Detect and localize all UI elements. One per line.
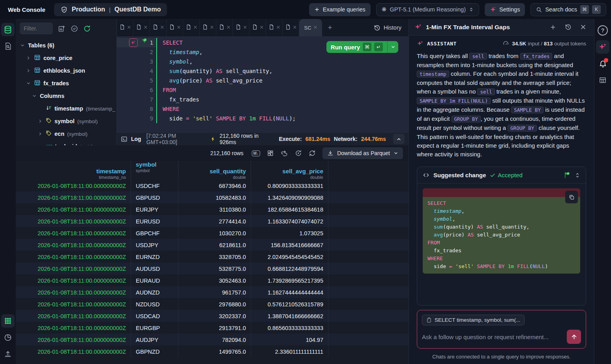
expand-collapse-icon[interactable] [575,172,580,178]
query-log-button[interactable] [1,39,15,53]
cell-sell_quantity[interactable]: 782094.0 [178,334,251,345]
cell-sell_quantity[interactable]: 6218611.0 [178,239,251,251]
close-tab-icon[interactable] [127,25,131,30]
instance-badge[interactable]: Production | QuestDB Demo [54,3,167,16]
cell-sell_avg_price[interactable]: 156.8135416666667 [251,239,328,251]
cell-symbol[interactable]: AUDNZD [131,287,178,298]
cell-timestamp[interactable]: 2026-01-08T18:11:00.000000000Z [16,263,131,274]
editor-tab[interactable] [200,19,216,36]
chevron-right-icon[interactable] [26,68,31,73]
table-row[interactable]: 2026-01-08T18:11:00.000000000ZAUDUSD5328… [16,263,409,274]
sql-editor[interactable]: Run query ⌘ ↵ 1SELECT2 timestamp,3 symbo… [117,36,409,132]
cell-sell_avg_price[interactable]: 1.3426409090909088 [251,192,328,203]
search-docs-button[interactable]: Search docs ⌘ K [530,3,606,16]
rerun-icon[interactable] [309,150,316,157]
query-context-chip[interactable]: SELECT timestamp, symbol, sum(... [422,315,525,325]
editor-tab[interactable] [117,19,133,36]
editor-tab[interactable] [150,19,167,36]
cell-timestamp[interactable]: 2026-01-08T18:11:00.000000000Z [16,275,131,286]
model-selector[interactable]: ❋ GPT-5.1 (Medium Reasoning) [376,3,479,16]
cell-symbol[interactable]: GBPCHF [131,227,178,239]
tree-item-columns[interactable]: Columns [16,90,116,102]
code-line[interactable]: 7 fx_trades [117,95,409,104]
editor-tab[interactable] [183,19,200,36]
cell-sell_avg_price[interactable]: 0.8656033333333333 [251,322,328,334]
cell-sell_quantity[interactable]: 3328705.0 [178,251,251,263]
cell-sell_avg_price[interactable]: 1.1627444444444444 [251,287,328,298]
cell-timestamp[interactable]: 2026-01-08T18:11:00.000000000Z [16,227,131,239]
cell-timestamp[interactable]: 2026-01-08T18:11:00.000000000Z [16,287,131,298]
editor-tab-active[interactable]: SC [299,19,322,36]
cell-sell_avg_price[interactable]: 1.1633074074074072 [251,216,328,227]
close-tab-icon[interactable] [227,25,231,30]
ai-assistant-button[interactable] [596,40,609,54]
editor-tab[interactable] [167,19,183,36]
column-header-timestamp[interactable]: timestamptimestamp_ns [16,161,131,180]
close-tab-icon[interactable] [260,25,264,30]
new-chat-icon[interactable] [547,24,559,30]
cell-symbol[interactable]: GBPNZD [131,346,178,357]
table-row[interactable]: 2026-01-08T18:11:00.000000000ZEURUSD2774… [16,215,409,227]
editor-tab[interactable] [283,19,299,36]
refresh-timer-icon[interactable] [295,150,302,157]
cell-timestamp[interactable]: 2026-01-08T18:11:00.000000000Z [16,180,131,191]
results-grid[interactable]: timestamptimestamp_nssymbolsymbolsell_qu… [16,161,409,364]
close-tab-icon[interactable] [144,25,148,30]
import-button[interactable] [1,347,15,361]
chat-input-box[interactable]: SELECT timestamp, symbol, sum(... Ask a … [417,310,586,349]
close-tab-icon[interactable] [243,25,247,30]
cell-sell_quantity[interactable]: 961757.0 [178,287,251,298]
cell-symbol[interactable]: EURUSD [131,216,178,227]
table-row[interactable]: 2026-01-08T18:11:00.000000000ZNZDUSD2976… [16,298,409,310]
chat-input-placeholder[interactable]: Ask a follow up question or request refi… [422,334,567,340]
explain-plan-icon[interactable] [281,150,288,157]
close-tab-icon[interactable] [293,25,297,30]
cell-sell_avg_price[interactable]: 2.0249545454545452 [251,251,328,263]
editor-tab[interactable] [249,19,266,36]
editor-tab[interactable] [233,19,249,36]
cell-timestamp[interactable]: 2026-01-08T18:11:00.000000000Z [16,204,131,215]
cell-sell_quantity[interactable]: 3110380.0 [178,204,251,215]
cell-sell_avg_price[interactable]: 182.65884615384618 [251,204,328,215]
cell-timestamp[interactable]: 2026-01-08T18:11:00.000000000Z [16,298,131,310]
run-options-caret[interactable] [387,41,398,53]
cell-sell_avg_price[interactable]: 1.3887041666666662 [251,310,328,322]
history-button[interactable]: History [367,24,409,31]
cell-sell_quantity[interactable]: 3202337.0 [178,310,251,322]
table-row[interactable]: 2026-01-08T18:11:00.000000000ZEURGBP2913… [16,322,409,334]
cell-sell_avg_price[interactable]: 1.7392869565217395 [251,275,328,286]
cell-symbol[interactable]: USDCHF [131,180,178,191]
example-queries-button[interactable]: Example queries [309,3,371,16]
cell-sell_avg_price[interactable]: 1.073025 [251,227,328,239]
cell-symbol[interactable]: EURJPY [131,204,178,215]
cell-timestamp[interactable]: 2026-01-08T18:11:00.000000000Z [16,334,131,345]
cell-timestamp[interactable]: 2026-01-08T18:11:00.000000000Z [16,239,131,251]
table-row[interactable]: 2026-01-08T18:11:00.000000000ZGBPCHF1030… [16,227,409,239]
chart-view-button[interactable] [1,331,15,344]
run-query-button[interactable]: Run query ⌘ ↵ [326,41,398,53]
code-line[interactable]: 3 symbol, [117,57,409,66]
cell-timestamp[interactable]: 2026-01-08T18:11:00.000000000Z [16,310,131,322]
chevron-right-icon[interactable] [37,131,43,136]
check-circle-icon[interactable] [71,25,78,32]
close-tab-icon[interactable] [313,25,317,30]
close-tab-icon[interactable] [193,25,197,30]
close-tab-icon[interactable] [160,25,164,30]
tree-item-core-price[interactable]: core_price [16,52,116,64]
tables-panel-button[interactable] [1,23,15,36]
cell-sell_quantity[interactable]: 6873946.0 [178,180,251,191]
cell-symbol[interactable]: AUDJPY [131,334,178,345]
close-tab-icon[interactable] [210,25,214,30]
editor-tab[interactable] [133,19,150,36]
cell-symbol[interactable]: AUDUSD [131,263,178,274]
tree-item-timestamp[interactable]: timestamp(timestamp_ [16,102,116,115]
cell-sell_quantity[interactable]: 5328775.0 [178,263,251,274]
cell-timestamp[interactable]: 2026-01-08T18:11:00.000000000Z [16,322,131,334]
chevron-right-icon[interactable] [37,119,43,124]
table-row[interactable]: 2026-01-08T18:11:00.000000000ZEURNZD3328… [16,251,409,263]
chat-scroll-area[interactable]: ASSISTANT 34.5K input / 813 output token… [409,36,594,306]
table-row[interactable]: 2026-01-08T18:11:00.000000000ZGBPUSD1058… [16,191,409,203]
cell-sell_quantity[interactable]: 2976880.0 [178,298,251,310]
ai-suggest-button[interactable] [129,38,138,47]
download-parquet-button[interactable]: Download as Parquet [322,147,403,159]
